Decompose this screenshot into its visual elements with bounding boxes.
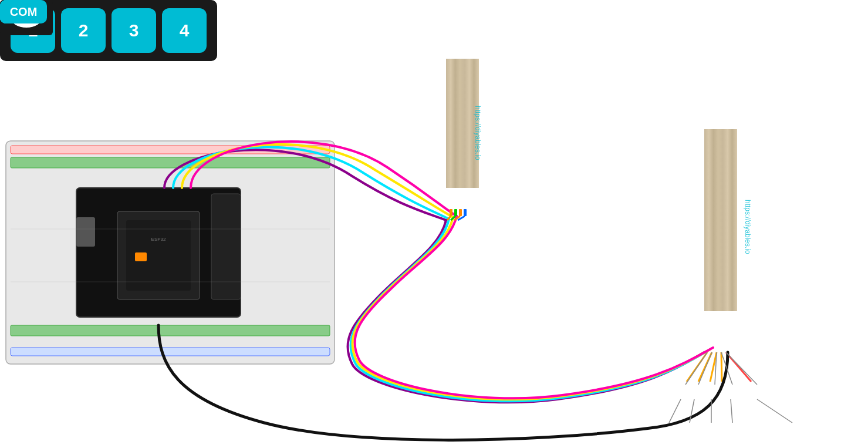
svg-line-18 — [726, 352, 751, 382]
svg-rect-1 — [11, 146, 330, 154]
svg-rect-5 — [76, 188, 241, 317]
svg-line-35 — [690, 399, 694, 423]
svg-text:https://diyables.io: https://diyables.io — [744, 200, 752, 254]
svg-text:https://diyables.io: https://diyables.io — [474, 106, 482, 160]
svg-line-30 — [698, 352, 712, 385]
svg-line-17 — [721, 352, 722, 382]
key-3-right[interactable]: 3 — [112, 8, 156, 53]
svg-rect-2 — [11, 348, 330, 356]
svg-rect-11 — [135, 252, 147, 261]
svg-line-26 — [458, 216, 465, 220]
svg-rect-13 — [704, 129, 737, 311]
key-2-right[interactable]: 2 — [61, 8, 106, 53]
svg-text:ESP32: ESP32 — [151, 237, 166, 242]
svg-rect-12 — [446, 59, 479, 188]
svg-line-16 — [710, 352, 717, 382]
svg-line-38 — [757, 399, 792, 423]
svg-line-25 — [454, 216, 460, 220]
svg-rect-7 — [117, 211, 200, 299]
svg-rect-6 — [76, 217, 95, 247]
key-4-right[interactable]: 4 — [162, 8, 207, 53]
svg-rect-20 — [454, 209, 457, 216]
svg-line-14 — [687, 352, 707, 382]
svg-rect-4 — [11, 325, 330, 336]
svg-rect-0 — [6, 141, 335, 364]
svg-rect-8 — [126, 220, 191, 291]
svg-line-37 — [731, 399, 732, 423]
svg-rect-19 — [450, 209, 452, 216]
svg-rect-22 — [464, 209, 467, 216]
svg-rect-3 — [11, 157, 330, 168]
svg-line-29 — [685, 352, 707, 385]
svg-line-24 — [451, 216, 455, 220]
svg-line-23 — [447, 216, 451, 220]
svg-rect-21 — [459, 209, 462, 216]
svg-line-34 — [669, 399, 681, 423]
svg-line-15 — [698, 352, 712, 382]
svg-line-33 — [726, 352, 757, 385]
svg-line-32 — [721, 352, 732, 385]
pin-label-com: COM — [0, 0, 47, 23]
svg-rect-10 — [211, 194, 241, 299]
svg-line-31 — [715, 352, 717, 385]
